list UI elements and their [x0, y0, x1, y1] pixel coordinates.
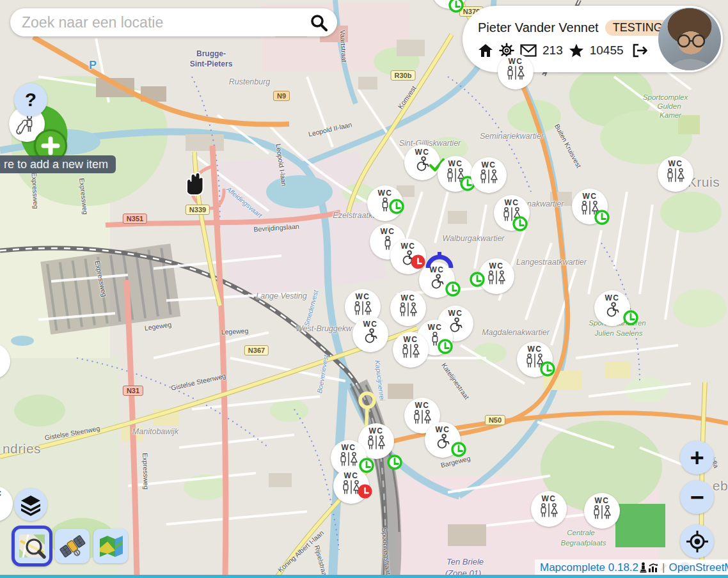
avatar[interactable] — [658, 8, 721, 70]
layers-button[interactable] — [14, 488, 47, 521]
wc-marker[interactable]: WC — [352, 316, 388, 352]
search-input[interactable] — [10, 14, 309, 31]
osm-attribution[interactable]: | OpenStreetMap — [660, 559, 728, 575]
wc-marker[interactable]: WC — [517, 341, 553, 377]
wc-marker[interactable]: WC — [0, 486, 13, 522]
plus-icon — [41, 136, 60, 155]
zoom-in-button[interactable]: + — [680, 441, 714, 474]
wc-marker[interactable]: WC — [393, 332, 429, 368]
wc-marker[interactable]: WC — [531, 491, 567, 527]
wc-marker[interactable]: WC — [404, 144, 440, 180]
theme-color-bar — [0, 575, 728, 578]
map-markers-layer: WCWCWCWCWCWCWCWCWCWCWCWCWCWCWCWCWCWCWCWC… — [0, 0, 728, 578]
folded-map-icon — [97, 533, 124, 559]
mapcomplete-app: Brugge-Sint-PietersPRustenburgVaartstraa… — [0, 0, 728, 578]
wc-marker[interactable]: WC — [479, 258, 514, 294]
home-icon[interactable] — [478, 43, 493, 58]
wc-marker[interactable]: WC — [367, 185, 403, 221]
wc-marker[interactable]: WC — [432, 0, 468, 9]
wc-marker[interactable]: WC — [0, 343, 10, 379]
wc-marker[interactable]: WC — [584, 493, 620, 529]
question-mark: ? — [25, 89, 36, 111]
stats-icon[interactable] — [648, 563, 658, 573]
wc-marker[interactable]: WC — [390, 290, 426, 326]
clock-badge-green — [622, 309, 640, 327]
changeset-count: 10455 — [590, 43, 624, 58]
app-version[interactable]: Mapcomplete 0.18.2 — [540, 561, 638, 574]
user-name: Pieter Vander Vennet — [478, 20, 599, 35]
add-item-tooltip: re to add a new item — [0, 155, 116, 173]
basemap-map-button[interactable] — [93, 529, 128, 563]
geolocate-icon — [685, 529, 709, 554]
wc-marker[interactable]: WC — [658, 156, 693, 192]
openstreetmap-link[interactable]: OpenStreetMap — [669, 561, 728, 574]
osm-map-magnifier-icon — [18, 532, 46, 560]
location-search-bar[interactable] — [10, 8, 337, 36]
logout-icon[interactable] — [632, 43, 649, 58]
layers-icon — [19, 493, 42, 516]
clock-badge-green — [447, 0, 465, 14]
minus-glyph: − — [690, 485, 704, 510]
geolocate-button[interactable] — [680, 524, 714, 558]
clock-badge-green — [386, 453, 404, 471]
wc-marker[interactable]: WC — [390, 238, 426, 274]
message-count: 213 — [542, 43, 563, 58]
satellite-icon — [59, 533, 86, 559]
search-icon[interactable] — [309, 13, 328, 32]
star-icon — [569, 43, 584, 58]
wc-marker[interactable]: WC — [438, 156, 473, 192]
wc-marker[interactable]: WC — [419, 262, 455, 298]
basemap-osm-button[interactable] — [12, 526, 52, 566]
wc-marker[interactable]: WC — [333, 468, 369, 504]
basemap-satellite-button[interactable] — [55, 529, 90, 563]
statue-icon[interactable] — [639, 562, 647, 573]
wc-marker[interactable]: WC — [494, 195, 530, 231]
plus-glyph: + — [690, 446, 704, 470]
wc-marker[interactable]: WC — [425, 422, 461, 458]
wc-marker[interactable]: WC — [498, 54, 534, 90]
wc-marker[interactable]: WC — [572, 189, 608, 224]
zoom-out-button[interactable]: − — [680, 480, 714, 514]
help-button[interactable]: ? — [14, 83, 47, 116]
wc-marker[interactable]: WC — [471, 157, 507, 193]
wc-marker[interactable]: WC — [594, 290, 630, 326]
